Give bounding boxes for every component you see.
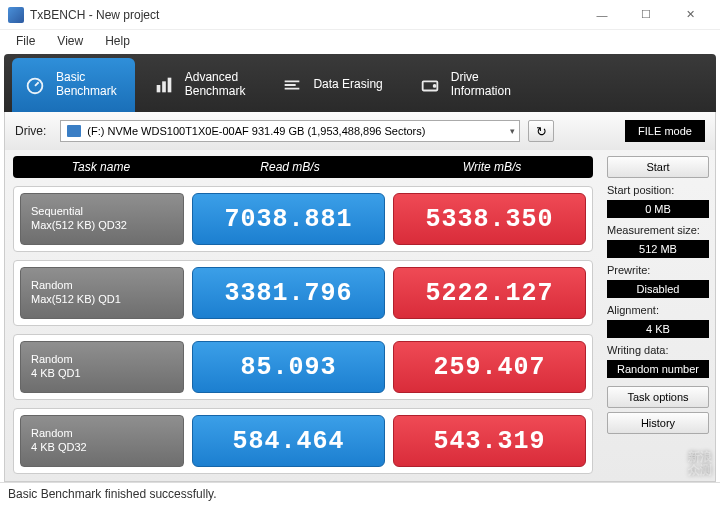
app-icon bbox=[8, 7, 24, 23]
svg-rect-3 bbox=[167, 78, 171, 93]
task-name: Sequential Max(512 KB) QD32 bbox=[20, 193, 184, 245]
minimize-button[interactable]: — bbox=[580, 1, 624, 29]
header-write: Write mB/s bbox=[391, 160, 593, 174]
write-value: 259.407 bbox=[393, 341, 586, 393]
alignment-value[interactable]: 4 KB bbox=[607, 320, 709, 338]
start-position-label: Start position: bbox=[607, 184, 709, 196]
write-value: 5222.127 bbox=[393, 267, 586, 319]
header-read: Read mB/s bbox=[189, 160, 391, 174]
read-value: 7038.881 bbox=[192, 193, 385, 245]
prewrite-value[interactable]: Disabled bbox=[607, 280, 709, 298]
erase-icon bbox=[281, 74, 303, 96]
svg-point-0 bbox=[28, 79, 43, 94]
close-button[interactable]: ✕ bbox=[668, 1, 712, 29]
toolbar: Drive: (F:) NVMe WDS100T1X0E-00AF 931.49… bbox=[4, 112, 716, 150]
writing-data-label: Writing data: bbox=[607, 344, 709, 356]
result-row: Random Max(512 KB) QD13381.7965222.127 bbox=[13, 260, 593, 326]
alignment-label: Alignment: bbox=[607, 304, 709, 316]
drive-label: Drive: bbox=[15, 124, 46, 138]
start-button[interactable]: Start bbox=[607, 156, 709, 178]
measurement-size-value[interactable]: 512 MB bbox=[607, 240, 709, 258]
menu-bar: File View Help bbox=[0, 30, 720, 52]
result-row: Sequential Max(512 KB) QD327038.8815338.… bbox=[13, 186, 593, 252]
writing-data-value[interactable]: Random number bbox=[607, 360, 709, 378]
header-task: Task name bbox=[13, 160, 189, 174]
menu-view[interactable]: View bbox=[47, 32, 93, 50]
maximize-button[interactable]: ☐ bbox=[624, 1, 668, 29]
tab-advanced-benchmark[interactable]: Advanced Benchmark bbox=[141, 58, 264, 112]
result-row: Random 4 KB QD185.093259.407 bbox=[13, 334, 593, 400]
prewrite-label: Prewrite: bbox=[607, 264, 709, 276]
results-panel: Task name Read mB/s Write mB/s Sequentia… bbox=[5, 150, 601, 481]
window-title: TxBENCH - New project bbox=[30, 8, 580, 22]
chevron-down-icon: ▾ bbox=[510, 126, 515, 136]
drive-icon bbox=[419, 74, 441, 96]
result-row: Random 4 KB QD32584.464543.319 bbox=[13, 408, 593, 474]
status-bar: Basic Benchmark finished successfully. bbox=[0, 482, 720, 504]
gauge-icon bbox=[24, 74, 46, 96]
write-value: 5338.350 bbox=[393, 193, 586, 245]
drive-select[interactable]: (F:) NVMe WDS100T1X0E-00AF 931.49 GB (1,… bbox=[60, 120, 520, 142]
history-button[interactable]: History bbox=[607, 412, 709, 434]
task-name: Random 4 KB QD32 bbox=[20, 415, 184, 467]
reload-button[interactable]: ↻ bbox=[528, 120, 554, 142]
read-value: 584.464 bbox=[192, 415, 385, 467]
disk-icon bbox=[67, 125, 81, 137]
measurement-size-label: Measurement size: bbox=[607, 224, 709, 236]
tab-bar: Basic Benchmark Advanced Benchmark Data … bbox=[4, 54, 716, 112]
read-value: 85.093 bbox=[192, 341, 385, 393]
task-options-button[interactable]: Task options bbox=[607, 386, 709, 408]
file-mode-button[interactable]: FILE mode bbox=[625, 120, 705, 142]
tab-drive-information[interactable]: Drive Information bbox=[407, 58, 529, 112]
task-name: Random Max(512 KB) QD1 bbox=[20, 267, 184, 319]
task-name: Random 4 KB QD1 bbox=[20, 341, 184, 393]
tab-data-erasing[interactable]: Data Erasing bbox=[269, 58, 400, 112]
svg-point-5 bbox=[433, 85, 435, 87]
svg-rect-1 bbox=[156, 85, 160, 92]
sidebar: Start Start position: 0 MB Measurement s… bbox=[601, 150, 715, 481]
svg-rect-2 bbox=[162, 81, 166, 92]
drive-select-text: (F:) NVMe WDS100T1X0E-00AF 931.49 GB (1,… bbox=[87, 125, 425, 137]
start-position-value[interactable]: 0 MB bbox=[607, 200, 709, 218]
barchart-icon bbox=[153, 74, 175, 96]
status-text: Basic Benchmark finished successfully. bbox=[8, 487, 217, 501]
write-value: 543.319 bbox=[393, 415, 586, 467]
content-area: Task name Read mB/s Write mB/s Sequentia… bbox=[4, 150, 716, 482]
read-value: 3381.796 bbox=[192, 267, 385, 319]
menu-help[interactable]: Help bbox=[95, 32, 140, 50]
menu-file[interactable]: File bbox=[6, 32, 45, 50]
tab-basic-benchmark[interactable]: Basic Benchmark bbox=[12, 58, 135, 112]
results-header: Task name Read mB/s Write mB/s bbox=[13, 156, 593, 178]
title-bar: TxBENCH - New project — ☐ ✕ bbox=[0, 0, 720, 30]
